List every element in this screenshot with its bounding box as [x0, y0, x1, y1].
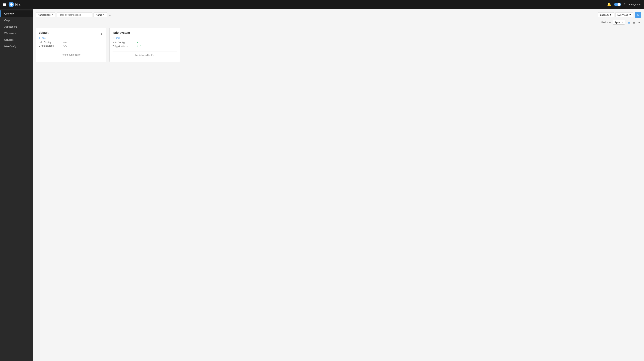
card-row-istio-istio-system: Istio Config ✔: [112, 41, 177, 44]
applications-value-default: N/A: [62, 44, 67, 47]
time-dropdown-arrow: ▼: [609, 14, 612, 16]
istio-config-label-istio-system: Istio Config: [112, 41, 135, 44]
logo: kiali: [8, 2, 23, 7]
namespace-dropdown-arrow: ▼: [51, 14, 53, 16]
no-traffic-istio-system: No inbound traffic: [112, 51, 177, 59]
card-view-icon[interactable]: ▦: [626, 20, 631, 25]
refresh-dropdown-arrow: ▼: [629, 14, 631, 16]
card-menu-istio-system[interactable]: ⋮: [174, 31, 177, 35]
hamburger-menu[interactable]: [3, 3, 6, 6]
navbar: kiali 🔔 ? anonymous: [0, 0, 644, 9]
view-icons: ▦ ▤ ≡: [626, 20, 641, 25]
istio-config-value-istio-system: ✔: [136, 41, 139, 44]
sidebar-item-graph[interactable]: Graph: [0, 17, 32, 24]
sidebar-item-overview[interactable]: Overview: [0, 11, 32, 17]
health-dropdown-arrow: ▼: [621, 21, 623, 24]
card-row-apps-default: 0 Applications N/A: [39, 44, 103, 47]
namespace-filter-input[interactable]: [57, 12, 92, 17]
toolbar-left: Namespace ▼ Name ▼ ⇅: [36, 12, 596, 17]
no-traffic-default: No inbound traffic: [39, 51, 103, 58]
sort-icon[interactable]: ⇅: [108, 13, 111, 17]
time-range-select[interactable]: Last 1m ▼: [598, 12, 614, 17]
logo-icon: [8, 2, 14, 7]
sidebar-item-istio-config[interactable]: Istio Config: [0, 43, 32, 50]
help-icon[interactable]: ?: [624, 3, 626, 6]
theme-toggle[interactable]: [614, 3, 621, 6]
applications-count: 7: [140, 45, 141, 47]
cards-grid: default ⋮ 1 Label Istio Config N/A 0 App…: [36, 28, 641, 62]
notification-icon[interactable]: 🔔: [607, 3, 611, 7]
toolbar-right: Last 1m ▼ Every 15s ▼ ↻: [598, 12, 641, 18]
main-layout: Overview Graph Applications Workloads Se…: [0, 9, 644, 361]
health-for-label: Health for: [601, 21, 612, 24]
list-view-icon[interactable]: ▤: [632, 20, 636, 25]
card-title-istio-system: istio-system: [112, 31, 130, 35]
card-label-link-istio-system[interactable]: 1 Label: [112, 37, 177, 39]
card-header-istio-system: istio-system ⋮: [112, 31, 177, 35]
navbar-right: 🔔 ? anonymous: [607, 3, 641, 7]
content-area: Namespace ▼ Name ▼ ⇅ Last 1m ▼ Every 15s…: [32, 9, 644, 361]
applications-value-istio-system: ✔ 7: [136, 45, 141, 48]
istio-config-value-default: N/A: [62, 41, 67, 44]
health-row: Health for Apps ▼ ▦ ▤ ≡: [36, 20, 641, 25]
name-dropdown-arrow: ▼: [103, 14, 105, 16]
card-row-istio-default: Istio Config N/A: [39, 41, 103, 44]
card-label-link-default[interactable]: 1 Label: [39, 37, 103, 39]
navbar-left: kiali: [3, 2, 23, 7]
sidebar-item-applications[interactable]: Applications: [0, 24, 32, 30]
applications-label-istio-system: 7 Applications: [112, 45, 135, 48]
namespace-select[interactable]: Namespace ▼: [36, 12, 55, 17]
name-select[interactable]: Name ▼: [94, 12, 107, 17]
card-row-apps-istio-system: 7 Applications ✔ 7: [112, 45, 177, 48]
sidebar-item-services[interactable]: Services: [0, 37, 32, 43]
card-title-default: default: [39, 31, 48, 35]
applications-label-default: 0 Applications: [39, 44, 61, 47]
sidebar-item-workloads[interactable]: Workloads: [0, 30, 32, 37]
health-for-select[interactable]: Apps ▼: [613, 20, 625, 25]
card-header-default: default ⋮: [39, 31, 103, 35]
card-menu-default[interactable]: ⋮: [100, 31, 103, 35]
sidebar: Overview Graph Applications Workloads Se…: [0, 9, 32, 361]
applications-ok-icon: ✔: [136, 45, 139, 48]
username-label: anonymous: [628, 3, 641, 6]
logo-text: kiali: [15, 3, 23, 7]
istio-config-ok-icon: ✔: [136, 41, 139, 44]
refresh-interval-select[interactable]: Every 15s ▼: [615, 12, 634, 17]
istio-config-label-default: Istio Config: [39, 41, 61, 44]
namespace-card-istio-system: istio-system ⋮ 1 Label Istio Config ✔ 7 …: [110, 28, 180, 62]
refresh-button[interactable]: ↻: [635, 12, 641, 18]
compact-view-icon[interactable]: ≡: [637, 20, 641, 25]
namespace-card-default: default ⋮ 1 Label Istio Config N/A 0 App…: [36, 28, 106, 62]
toolbar: Namespace ▼ Name ▼ ⇅ Last 1m ▼ Every 15s…: [36, 12, 641, 18]
